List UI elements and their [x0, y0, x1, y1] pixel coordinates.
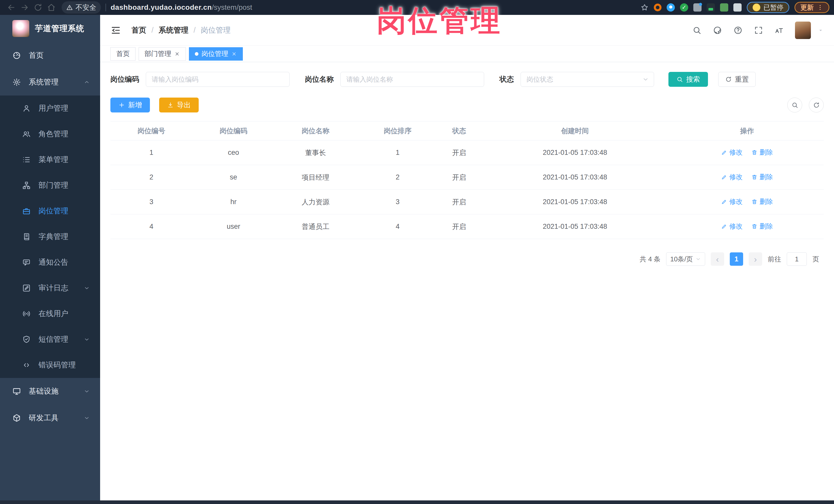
status-select-input[interactable]: [521, 72, 654, 87]
status-select[interactable]: [521, 72, 654, 87]
sidebar-item-label: 基础设施: [29, 386, 59, 396]
browser-update-button[interactable]: 更新: [794, 2, 829, 13]
sidebar-item-label: 用户管理: [39, 103, 68, 113]
security-chip[interactable]: 不安全: [62, 1, 101, 14]
sidebar-item-roles[interactable]: 角色管理: [0, 121, 100, 147]
page-size-select[interactable]: 10条/页: [666, 253, 705, 266]
sidebar-item-departments[interactable]: 部门管理: [0, 173, 100, 198]
sidebar-item-online-users[interactable]: 在线用户: [0, 301, 100, 327]
cell-status: 开启: [439, 190, 480, 214]
magnifier-icon[interactable]: [692, 26, 702, 35]
org-tree-icon: [22, 181, 31, 190]
browser-forward-button[interactable]: [18, 1, 31, 14]
sidebar-item-audit-logs[interactable]: 审计日志: [0, 275, 100, 301]
add-button[interactable]: 新增: [110, 97, 150, 112]
cell-id: 1: [110, 140, 193, 165]
error-code-icon: [22, 361, 31, 370]
breadcrumb-item-0[interactable]: 首页: [131, 25, 146, 36]
ext-blue-pin-icon[interactable]: [667, 3, 675, 12]
post-code-input[interactable]: [146, 72, 289, 87]
delete-link[interactable]: 删除: [751, 173, 773, 181]
sidebar-item-label: 错误码管理: [39, 360, 76, 370]
sidebar-item-posts[interactable]: 岗位管理: [0, 198, 100, 224]
browser-reload-button[interactable]: [31, 1, 45, 14]
cell-actions: 修改删除: [670, 190, 824, 214]
delete-link[interactable]: 删除: [751, 197, 773, 206]
sidebar-item-label: 角色管理: [39, 129, 68, 139]
browser-back-button[interactable]: [5, 1, 18, 14]
ext-green-check-icon[interactable]: [680, 3, 688, 12]
fullscreen-icon[interactable]: [754, 26, 763, 35]
font-size-icon[interactable]: [774, 26, 784, 35]
sidebar-item-users[interactable]: 用户管理: [0, 95, 100, 121]
goto-page-input[interactable]: [787, 253, 807, 266]
cell-sort: 2: [356, 165, 439, 190]
column-header: 状态: [439, 122, 480, 140]
cell-created: 2021-01-05 17:03:48: [480, 214, 670, 239]
ext-orange-circle-icon[interactable]: [654, 4, 661, 11]
sidebar-item-home[interactable]: 首页: [0, 42, 100, 69]
address-bar[interactable]: 不安全 dashboard.yudao.iocoder.cn /system/p…: [62, 1, 640, 14]
tab-departments[interactable]: 部门管理: [139, 47, 186, 61]
sidebar-item-dev-tools[interactable]: 研发工具: [0, 404, 100, 431]
refresh-icon: [813, 102, 820, 109]
breadcrumb-item-1[interactable]: 系统管理: [159, 25, 189, 36]
paused-extension-badge[interactable]: 已暂停: [747, 2, 789, 13]
close-icon[interactable]: [174, 51, 180, 57]
edit-link[interactable]: 修改: [721, 197, 743, 206]
help-icon[interactable]: [733, 26, 743, 35]
sidebar-item-error-codes[interactable]: 错误码管理: [0, 352, 100, 378]
sidebar-item-announcements[interactable]: 通知公告: [0, 249, 100, 275]
page-number-button[interactable]: 1: [730, 253, 743, 266]
cell-sort: 4: [356, 214, 439, 239]
dictionary-icon: [22, 232, 31, 241]
refresh-icon: [725, 76, 732, 83]
kebab-menu-icon[interactable]: [817, 4, 824, 11]
ext-dark-card-icon[interactable]: [707, 3, 715, 12]
ext-sprout-icon[interactable]: [720, 3, 728, 12]
url-path: /system/post: [212, 3, 252, 12]
tab-posts[interactable]: 岗位管理: [189, 47, 243, 61]
app-logo-row[interactable]: 芋道管理系统: [0, 15, 100, 42]
screen-bottom-edge: [0, 500, 834, 504]
sidebar-item-menus[interactable]: 菜单管理: [0, 147, 100, 173]
ext-puzzle-icon[interactable]: [733, 3, 742, 12]
export-button[interactable]: 导出: [159, 97, 199, 112]
caret-down-icon[interactable]: [817, 27, 824, 34]
sidebar-item-system[interactable]: 系统管理: [0, 69, 100, 95]
close-icon[interactable]: [231, 51, 237, 57]
column-header: 岗位编码: [193, 122, 275, 140]
edit-link[interactable]: 修改: [721, 148, 743, 157]
ext-grid-icon[interactable]: [693, 3, 702, 12]
sidebar-collapse-icon[interactable]: [110, 25, 121, 36]
bookmark-star-icon[interactable]: [640, 3, 649, 12]
tab-home[interactable]: 首页: [110, 47, 135, 61]
user-icon: [22, 104, 31, 113]
download-icon: [167, 102, 174, 108]
github-icon[interactable]: [713, 26, 722, 35]
sidebar-item-sms[interactable]: 短信管理: [0, 327, 100, 352]
sidebar-menu: 首页系统管理用户管理角色管理菜单管理部门管理岗位管理字典管理通知公告审计日志在线…: [0, 42, 100, 500]
online-user-icon: [22, 309, 31, 318]
page-content: 岗位编码 岗位名称 状态 搜索 重置: [100, 62, 834, 500]
prev-page-button[interactable]: ‹: [711, 253, 724, 266]
sidebar-item-dictionaries[interactable]: 字典管理: [0, 224, 100, 249]
reset-button[interactable]: 重置: [718, 72, 756, 87]
arrow-left-icon: [7, 3, 16, 12]
table-row: 1ceo董事长1开启2021-01-05 17:03:48修改删除: [110, 140, 824, 165]
column-header: 岗位名称: [275, 122, 356, 140]
user-avatar[interactable]: [795, 22, 811, 39]
delete-link[interactable]: 删除: [751, 148, 773, 157]
refresh-table-button[interactable]: [809, 97, 824, 112]
search-button[interactable]: 搜索: [668, 72, 708, 87]
breadcrumb: 首页/系统管理/岗位管理: [131, 25, 231, 36]
toggle-search-button[interactable]: [787, 97, 802, 112]
post-name-input[interactable]: [341, 72, 484, 87]
delete-link[interactable]: 删除: [751, 222, 773, 231]
edit-link[interactable]: 修改: [721, 222, 743, 231]
browser-home-button[interactable]: [45, 1, 58, 14]
cell-code: user: [193, 214, 275, 239]
next-page-button[interactable]: ›: [749, 253, 762, 266]
edit-link[interactable]: 修改: [721, 173, 743, 181]
sidebar-item-infrastructure[interactable]: 基础设施: [0, 378, 100, 404]
